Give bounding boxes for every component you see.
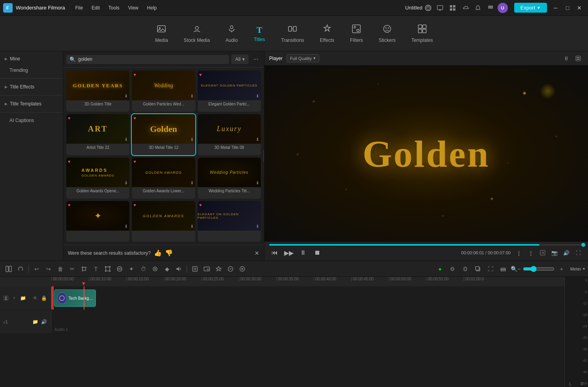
grid-icon[interactable] (447, 2, 458, 13)
tool-stock-media[interactable]: Stock Media (176, 21, 218, 46)
pause-button[interactable]: ⏸ (298, 247, 309, 258)
tl-split-view-button[interactable] (3, 263, 14, 274)
download-icon-8[interactable]: ⬇ (190, 180, 194, 186)
menu-tools[interactable]: Tools (105, 4, 124, 12)
tool-transitions[interactable]: Transitions (273, 21, 312, 46)
download-icon-5[interactable]: ⬇ (190, 137, 194, 142)
sidebar-item-title-effects[interactable]: ▶ Title Effects (0, 81, 63, 93)
tool-audio[interactable]: Audio (218, 21, 246, 46)
tl-ai-button[interactable] (460, 263, 471, 274)
feedback-close-button[interactable]: ✕ (255, 250, 259, 256)
sidebar-item-trending[interactable]: Trending (0, 65, 63, 76)
video-clip[interactable]: Tech Backgrou... (54, 289, 96, 307)
menu-file[interactable]: File (71, 4, 87, 12)
grid-item-10[interactable]: ♥ ✦ ⬇ (66, 201, 129, 242)
download-icon-4[interactable]: ⬇ (124, 137, 128, 142)
fullscreen-icon[interactable]: ⛶ (573, 248, 583, 258)
player-tab[interactable]: Player (269, 56, 283, 61)
tl-effects-button[interactable]: ✦ (126, 263, 137, 274)
grid-item-3[interactable]: ♥ ELEGANT GOLDEN PARTICLES ⬇ Elegant Gol… (198, 71, 261, 112)
tl-record-button[interactable]: ● (434, 263, 446, 274)
download-icon-2[interactable]: ⬇ (190, 94, 194, 99)
tl-settings-button[interactable]: ⚙ (447, 263, 458, 274)
tl-keyframe-button[interactable]: ◆ (161, 263, 172, 274)
download-icon-10[interactable]: ⬇ (124, 224, 128, 229)
sidebar-item-mine[interactable]: ▶ Mine (0, 53, 63, 65)
tl-redo-button[interactable]: ↪ (43, 263, 54, 274)
preview-settings-icon[interactable] (561, 53, 571, 64)
download-icon-7[interactable]: ⬇ (124, 180, 128, 186)
apps-icon[interactable] (485, 2, 496, 13)
track-eye-button[interactable]: 👁 (31, 294, 39, 302)
tl-zoom-out-button[interactable]: 🔍− (510, 263, 521, 274)
user-avatar[interactable]: U (498, 3, 508, 13)
track-video-content[interactable]: Tech Backgrou... (51, 286, 564, 310)
tool-effects[interactable]: Effects (312, 21, 342, 46)
sidebar-item-title-templates[interactable]: ▶ Title Templates (0, 98, 63, 110)
monitor-icon[interactable] (434, 2, 446, 13)
bell-icon[interactable] (472, 2, 483, 13)
tl-green-screen-button[interactable] (189, 263, 200, 274)
tl-cut-button[interactable]: ✂ (67, 263, 78, 274)
menu-edit[interactable]: Edit (88, 4, 104, 12)
thumbs-up-button[interactable]: 👍 (154, 249, 162, 257)
tool-templates[interactable]: Templates (403, 21, 441, 46)
export-frame-icon[interactable] (537, 248, 548, 258)
close-button[interactable]: ✕ (574, 2, 585, 13)
tl-audio-button[interactable] (173, 263, 184, 274)
tl-stabilize-button[interactable] (150, 263, 161, 274)
preview-layout-icon[interactable] (573, 53, 583, 64)
menu-help[interactable]: Help (143, 4, 161, 12)
tl-zoom-in-button[interactable]: + (556, 263, 567, 274)
filter-button[interactable]: All ▾ (231, 54, 248, 64)
screenshot-icon[interactable]: 📷 (549, 248, 560, 258)
download-icon-6[interactable]: ⬇ (256, 137, 259, 142)
tl-text-button[interactable]: T (90, 263, 101, 274)
thumbs-down-button[interactable]: 👎 (165, 249, 173, 257)
download-icon-11[interactable]: ⬇ (190, 224, 194, 229)
tl-auto-button[interactable] (213, 263, 224, 274)
grid-item-4[interactable]: ♥ ART ⬇ Artist Title 22 (66, 114, 129, 155)
menu-view[interactable]: View (124, 4, 142, 12)
tl-magnetic-button[interactable] (15, 263, 26, 274)
tool-media[interactable]: Media (147, 21, 176, 46)
tl-pip-button[interactable] (201, 263, 212, 274)
track-lock-button[interactable]: 🔒 (40, 294, 48, 302)
grid-item-1[interactable]: GOLDEN YEARS ⬇ 3D Golden Title (66, 71, 129, 112)
grid-item-2[interactable]: ♥ Wedding ⬇ Golden Particles Wed... (132, 71, 195, 112)
play-button[interactable]: ▶▶ (283, 247, 294, 258)
tool-stickers[interactable]: Stickers (371, 21, 404, 46)
minimize-button[interactable]: ─ (550, 2, 561, 13)
export-button[interactable]: Export ▼ (514, 3, 547, 13)
search-box[interactable]: 🔍 (66, 55, 229, 64)
grid-item-11[interactable]: ♥ GOLDEN AWARDS ⬇ (132, 201, 195, 242)
tl-crop-button[interactable] (79, 263, 90, 274)
zoom-slider[interactable] (523, 266, 554, 272)
tl-copy-button[interactable] (472, 263, 483, 274)
sidebar-item-ai-captions[interactable]: AI Captions (0, 115, 63, 126)
tl-transform-button[interactable] (102, 263, 113, 274)
stop-button[interactable]: ⏹ (312, 247, 323, 258)
volume-icon[interactable]: 🔊 (561, 248, 571, 258)
download-icon-1[interactable]: ⬇ (124, 94, 128, 99)
progress-bar[interactable] (269, 244, 583, 246)
grid-item-12[interactable]: ♥ ELEGANT ON GOLDEN PARTICLES ⬇ (198, 201, 261, 242)
grid-item-5[interactable]: ♥ Golden ⬇ 3D Metal Title 12 (132, 114, 195, 155)
bracket-right-icon[interactable]: ] (526, 248, 536, 258)
tool-filters[interactable]: Filters (342, 21, 371, 46)
quality-select[interactable]: Full Quality ▾ (287, 54, 319, 62)
tl-delete-button[interactable]: 🗑 (55, 263, 66, 274)
cloud-icon[interactable] (460, 2, 471, 13)
track-audio-folder-button[interactable]: 📁 (31, 318, 39, 326)
bracket-left-icon[interactable]: [ (514, 248, 524, 258)
grid-item-9[interactable]: Wedding Particles ⬇ Wedding Particles Ti… (198, 158, 261, 199)
maximize-button[interactable]: □ (562, 2, 573, 13)
more-button[interactable]: ··· (251, 55, 261, 64)
tl-color-button[interactable] (114, 263, 125, 274)
track-add-video-button[interactable]: + (10, 294, 18, 302)
tl-fullscreen-button[interactable]: ⛶ (485, 263, 496, 274)
grid-item-7[interactable]: ♥ AWARDSGOLDEN AWARDS ⬇ Golden Awards Op… (66, 158, 129, 199)
tl-plus-button[interactable] (237, 263, 248, 274)
tl-undo-button[interactable]: ↩ (31, 263, 42, 274)
rewind-button[interactable]: ⏮ (269, 247, 280, 258)
